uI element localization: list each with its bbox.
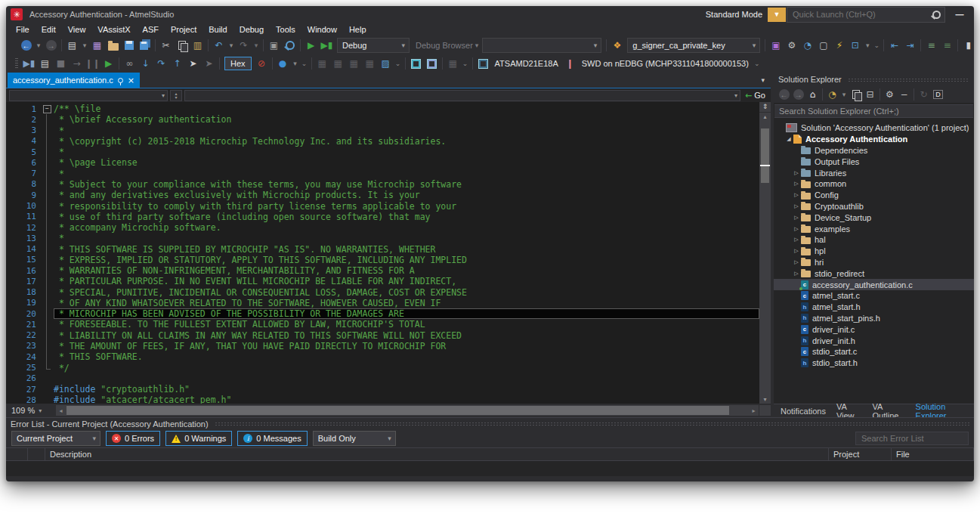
vertical-scrollbar[interactable]: ⇕ ▴ ▾: [759, 102, 771, 404]
build-filter-combo[interactable]: Build Only ▾: [313, 431, 396, 446]
va-display-button[interactable]: ⊡: [847, 37, 863, 54]
tree-item-hri[interactable]: ▷hri: [774, 257, 974, 268]
navigate-forward-button[interactable]: →: [43, 37, 59, 54]
toolbar-overflow-button[interactable]: ⌄: [872, 37, 881, 54]
se-forward-button[interactable]: →: [791, 87, 805, 102]
comment-out-button[interactable]: ≡: [923, 37, 939, 54]
tree-collapsed-icon[interactable]: ▷: [792, 170, 801, 176]
tree-item-cryptoauthlib[interactable]: ▷Cryptoauthlib: [774, 201, 974, 212]
toolbar-overflow-button[interactable]: ⌄: [753, 55, 762, 72]
indent-decrease-button[interactable]: ⇤: [886, 37, 902, 54]
tab-notifications[interactable]: Notifications: [775, 407, 831, 416]
se-properties-button[interactable]: ⚙: [883, 87, 897, 102]
tree-collapsed-icon[interactable]: ▷: [792, 248, 801, 254]
step-out-button[interactable]: ↑: [169, 55, 185, 72]
paste-button[interactable]: ▥: [190, 37, 206, 54]
browse-definition-button[interactable]: ▣: [266, 37, 282, 54]
navigate-backward-dropdown[interactable]: ▾: [34, 37, 43, 54]
redo-dropdown[interactable]: ▾: [252, 37, 261, 54]
toolbar-overflow-button[interactable]: ⌄: [300, 55, 309, 72]
navigate-backward-button[interactable]: ←: [18, 37, 34, 54]
tree-collapsed-icon[interactable]: ▷: [792, 226, 801, 232]
tree-item-solution-accessory-authentication-1-project[interactable]: Solution 'Accessory Authentication' (1 p…: [774, 122, 974, 134]
combo-debug-target[interactable]: ▾: [482, 38, 601, 53]
debugger-tool-icon[interactable]: ❙: [562, 55, 578, 72]
se-sync-active-document-button[interactable]: [849, 87, 863, 102]
horizontal-scrollbar[interactable]: ◂ ▸: [56, 405, 759, 416]
quick-launch-input[interactable]: [791, 9, 929, 20]
menu-edit[interactable]: Edit: [36, 23, 62, 36]
zoom-level-dropdown[interactable]: 109 % ▾: [6, 406, 56, 415]
se-back-button[interactable]: ←: [777, 87, 791, 102]
se-show-all-files-button[interactable]: D: [931, 87, 945, 102]
tree-item-stdio-start-c[interactable]: stdio_start.c: [774, 346, 974, 358]
va-history-clock-button[interactable]: ◔: [799, 37, 815, 54]
tree-collapsed-icon[interactable]: ▷: [792, 237, 801, 243]
menu-debug[interactable]: Debug: [233, 23, 270, 36]
scroll-right-arrow[interactable]: ▸: [749, 407, 759, 414]
solution-explorer-titlebar[interactable]: Solution Explorer: [774, 73, 974, 86]
watch-window-button[interactable]: ▦: [330, 55, 346, 72]
se-refresh-button[interactable]: ↻: [917, 87, 931, 102]
tab-solution-explorer[interactable]: Solution Explorer: [910, 402, 974, 418]
toolbar-overflow-button[interactable]: ⌄: [461, 55, 470, 72]
error-column-project[interactable]: Project: [829, 448, 892, 460]
tree-item-examples[interactable]: ▷examples: [774, 223, 974, 234]
scrollbar-thumb[interactable]: [66, 406, 729, 415]
run-to-cursor-button[interactable]: ➤: [185, 55, 201, 72]
va-tools-wrench-button[interactable]: ⚙: [784, 37, 799, 54]
scroll-up-arrow[interactable]: ▴: [763, 113, 766, 121]
find-in-files-button[interactable]: [282, 37, 298, 54]
uncomment-button[interactable]: ≡: [939, 37, 955, 54]
quick-launch-box[interactable]: [787, 7, 945, 23]
tree-item-hal[interactable]: ▷hal: [774, 234, 974, 246]
error-list-titlebar[interactable]: Error List - Current Project (Accessory …: [6, 418, 974, 429]
tree-item-common[interactable]: ▷common: [774, 178, 974, 190]
va-find-symbol-icon[interactable]: ❖: [609, 37, 625, 54]
menu-tools[interactable]: Tools: [270, 23, 301, 36]
open-file-button[interactable]: [105, 37, 121, 54]
se-preview-button[interactable]: −: [897, 87, 911, 102]
close-icon[interactable]: ×: [128, 76, 134, 85]
tree-item-driver-init-h[interactable]: driver_init.h: [774, 335, 974, 346]
mode-filter-button[interactable]: ▼: [768, 8, 786, 22]
start-debugging-button[interactable]: ▶: [303, 37, 319, 54]
device-programming-button[interactable]: [408, 55, 424, 72]
scroll-left-arrow[interactable]: ◂: [56, 407, 66, 414]
error-column-file[interactable]: File: [892, 448, 974, 460]
menu-window[interactable]: Window: [301, 23, 343, 36]
quick-watch-button[interactable]: ∞: [122, 55, 138, 72]
toolbar-overflow-button[interactable]: ⌄: [394, 55, 403, 72]
tree-item-device-startup[interactable]: ▷Device_Startup: [774, 212, 974, 223]
tree-item-libraries[interactable]: ▷Libraries: [774, 167, 974, 178]
io-view-button[interactable]: ▨: [378, 55, 394, 72]
errors-filter-button[interactable]: ✕ 0 Errors: [106, 431, 160, 446]
va-snippet-button[interactable]: ▢: [815, 37, 831, 54]
pause-button[interactable]: ❙❙: [85, 55, 100, 72]
disable-breakpoints-button[interactable]: ⊘: [254, 55, 270, 72]
combo-solution-config[interactable]: Debug▾: [337, 38, 410, 53]
menu-view[interactable]: View: [62, 23, 92, 36]
locals-window-button[interactable]: ▦: [346, 55, 362, 72]
start-debugging-button[interactable]: ▶: [100, 55, 116, 72]
save-button[interactable]: [121, 37, 137, 54]
set-next-statement-button[interactable]: ➤: [201, 55, 217, 72]
menu-asf[interactable]: ASF: [137, 23, 165, 36]
combo-va-symbol[interactable]: g_signer_ca_private_key▾: [627, 38, 760, 53]
se-home-button[interactable]: ⌂: [805, 87, 820, 102]
tree-item-stdio-redirect[interactable]: ▷stdio_redirect: [774, 268, 974, 279]
start-without-debugging-button[interactable]: ▶▮: [319, 37, 335, 54]
redo-button[interactable]: ↷: [236, 37, 252, 54]
tree-collapsed-icon[interactable]: ▷: [792, 181, 801, 187]
tree-collapsed-icon[interactable]: ▷: [792, 271, 801, 277]
code-editor[interactable]: 1/** \file2 * \brief Accessory authentic…: [6, 102, 771, 404]
fold-marker[interactable]: [43, 104, 54, 114]
tree-item-config[interactable]: ▷Config: [774, 190, 974, 201]
restart-debugging-button[interactable]: →: [69, 55, 85, 72]
menu-file[interactable]: File: [10, 23, 36, 36]
solution-search-box[interactable]: Search Solution Explorer (Ctrl+;): [774, 104, 973, 118]
scrollbar-track[interactable]: [759, 121, 771, 395]
tree-collapsed-icon[interactable]: ▷: [792, 192, 801, 198]
tree-collapsed-icon[interactable]: ▷: [792, 215, 801, 221]
scope-filter-combo[interactable]: Current Project ▾: [11, 431, 100, 446]
